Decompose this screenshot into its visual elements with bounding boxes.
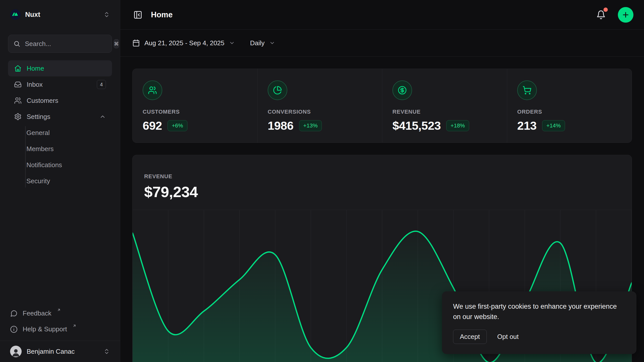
- sidebar-item-label: Customers: [27, 97, 58, 105]
- sidebar-nav: Home Inbox 4 Customers Settings Genera: [8, 60, 112, 189]
- filter-bar: Aug 21, 2025 - Sep 4, 2025 Daily: [120, 30, 644, 57]
- chevrons-up-down-icon: [103, 348, 110, 355]
- chevron-up-icon: [99, 113, 106, 120]
- external-link-icon: [57, 308, 61, 312]
- sidebar-item-notifications[interactable]: Notifications: [26, 157, 112, 173]
- calendar-icon: [132, 39, 140, 47]
- sidebar-item-inbox[interactable]: Inbox 4: [8, 76, 112, 93]
- user-menu[interactable]: Benjamin Canac: [8, 341, 112, 362]
- user-name: Benjamin Canac: [27, 348, 75, 355]
- stat-value: 213: [517, 119, 537, 132]
- sidebar-item-customers[interactable]: Customers: [8, 93, 112, 109]
- info-circle-icon: [10, 326, 18, 333]
- sidebar-item-label: Settings: [27, 113, 50, 121]
- stat-card-customers[interactable]: CUSTOMERS 692 +6%: [133, 69, 257, 143]
- stat-delta-badge: +18%: [446, 120, 469, 131]
- main-panel: Home Aug 21, 2025 - Sep 4, 2025: [120, 0, 644, 362]
- team-name: Nuxt: [25, 11, 40, 19]
- stats-row: CUSTOMERS 692 +6% CONVERSIONS 1986 +13%: [132, 69, 632, 143]
- add-button[interactable]: [618, 7, 633, 23]
- stat-card-conversions[interactable]: CONVERSIONS 1986 +13%: [257, 69, 382, 143]
- help-support-link[interactable]: Help & Support: [8, 321, 112, 337]
- kbd-cmd: ⌘: [114, 39, 119, 48]
- stat-label: REVENUE: [392, 109, 497, 115]
- sidebar-item-members[interactable]: Members: [26, 141, 112, 157]
- cookie-message: We use first-party cookies to enhance yo…: [453, 301, 625, 322]
- plus-icon: [622, 11, 630, 19]
- topbar: Home: [120, 0, 644, 30]
- search-icon: [13, 40, 20, 47]
- stat-label: CONVERSIONS: [268, 109, 372, 115]
- search-input-wrap[interactable]: ⌘ K: [8, 35, 112, 53]
- stat-value: 692: [143, 119, 162, 132]
- sidebar-footer: Feedback Help & Support Benjamin Canac: [8, 305, 112, 362]
- sidebar-item-home[interactable]: Home: [8, 60, 112, 76]
- stat-card-orders[interactable]: ORDERS 213 +14%: [507, 69, 632, 143]
- granularity-label: Daily: [250, 39, 265, 47]
- stat-delta-badge: +14%: [542, 120, 565, 131]
- chevron-down-icon: [269, 40, 275, 46]
- inbox-count-badge: 4: [97, 80, 106, 89]
- cart-icon: [517, 80, 537, 100]
- stat-card-revenue[interactable]: REVENUE $415,523 +18%: [382, 69, 507, 143]
- chat-bubble-icon: [10, 310, 18, 317]
- sidebar-item-security[interactable]: Security: [26, 173, 112, 189]
- sidebar: Nuxt ⌘ K Home Inbox 4: [0, 0, 120, 362]
- nuxt-logo-icon: [10, 9, 21, 20]
- accept-button[interactable]: Accept: [453, 330, 487, 344]
- cookie-banner: We use first-party cookies to enhance yo…: [442, 291, 636, 354]
- revenue-chart-label: REVENUE: [144, 173, 620, 180]
- users-icon: [143, 80, 162, 100]
- settings-submenu: General Members Notifications Security: [8, 125, 112, 189]
- sidebar-item-label: Home: [27, 65, 44, 72]
- notifications-button[interactable]: [594, 8, 608, 22]
- stat-delta-badge: +13%: [299, 120, 322, 131]
- avatar: [10, 346, 22, 357]
- feedback-link[interactable]: Feedback: [8, 305, 112, 321]
- collapse-sidebar-button[interactable]: [131, 8, 144, 21]
- home-icon: [14, 65, 22, 72]
- page-title: Home: [151, 10, 173, 19]
- chevron-down-icon: [229, 40, 235, 46]
- revenue-chart-value: $79,234: [144, 183, 620, 201]
- search-input[interactable]: [25, 40, 109, 48]
- opt-out-button[interactable]: Opt out: [497, 333, 519, 341]
- pie-chart-icon: [268, 80, 287, 100]
- team-switcher[interactable]: Nuxt: [8, 4, 112, 26]
- sidebar-item-label: Inbox: [27, 81, 43, 88]
- inbox-icon: [14, 81, 22, 88]
- chevrons-up-down-icon: [103, 11, 110, 18]
- stat-label: CUSTOMERS: [143, 109, 247, 115]
- date-range-picker[interactable]: Aug 21, 2025 - Sep 4, 2025: [132, 39, 235, 47]
- granularity-select[interactable]: Daily: [250, 39, 275, 47]
- gear-icon: [14, 113, 22, 120]
- notification-dot: [603, 8, 608, 12]
- stat-value: $415,523: [392, 119, 441, 132]
- date-range-label: Aug 21, 2025 - Sep 4, 2025: [144, 39, 224, 47]
- sidebar-item-settings[interactable]: Settings: [8, 109, 112, 125]
- stat-value: 1986: [268, 119, 294, 132]
- external-link-icon: [72, 324, 76, 328]
- stat-label: ORDERS: [517, 109, 622, 115]
- stat-delta-badge: +6%: [168, 120, 187, 131]
- sidebar-item-general[interactable]: General: [26, 125, 112, 141]
- users-icon: [14, 97, 22, 104]
- dollar-circle-icon: [392, 80, 412, 100]
- panel-left-icon: [133, 10, 142, 19]
